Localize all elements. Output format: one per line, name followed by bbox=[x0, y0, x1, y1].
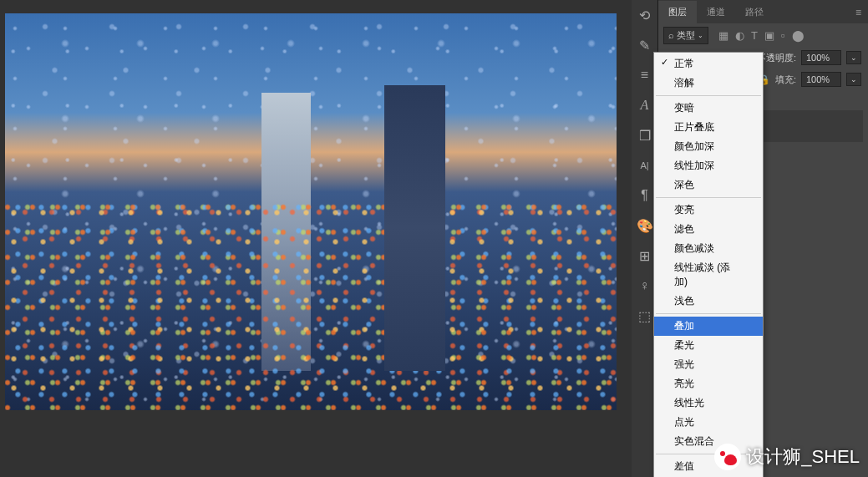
canvas-viewport[interactable] bbox=[5, 13, 617, 410]
fill-label: 填充: bbox=[775, 74, 796, 86]
tab-paths[interactable]: 路径 bbox=[735, 1, 774, 23]
blend-mode-item[interactable]: 点光 bbox=[654, 413, 763, 432]
blend-mode-item[interactable]: 线性加深 bbox=[654, 156, 763, 175]
blend-mode-item[interactable]: 滤色 bbox=[654, 220, 763, 239]
blend-separator bbox=[656, 313, 761, 314]
layer-filter-row: ⌕ 类型 ⌄ ▦ ◐ T ▣ ▫ ⬤ bbox=[658, 23, 868, 47]
watermark: 设计狮_SHEL bbox=[714, 444, 860, 470]
blend-mode-item[interactable]: 变暗 bbox=[654, 99, 763, 118]
filter-kind-dropdown[interactable]: ⌕ 类型 ⌄ bbox=[663, 27, 708, 44]
blend-mode-item[interactable]: 叠加 bbox=[654, 317, 763, 336]
filter-pixel-icon[interactable]: ▦ bbox=[718, 29, 728, 42]
document-image bbox=[5, 13, 617, 410]
blend-mode-item[interactable]: 颜色加深 bbox=[654, 137, 763, 156]
blend-separator bbox=[656, 95, 761, 96]
filter-shape-icon[interactable]: ▣ bbox=[764, 29, 774, 42]
panel-tab-bar: 图层 通道 路径 ≡ bbox=[658, 0, 868, 23]
weibo-icon bbox=[714, 444, 741, 470]
search-icon: ⌕ bbox=[668, 30, 674, 40]
blend-mode-item[interactable]: 浅色 bbox=[654, 292, 763, 311]
tab-channels[interactable]: 通道 bbox=[697, 1, 735, 23]
opacity-chevron-icon[interactable]: ⌄ bbox=[846, 51, 861, 64]
blend-mode-item[interactable]: 正片叠底 bbox=[654, 118, 763, 137]
tab-layers[interactable]: 图层 bbox=[658, 1, 697, 23]
blend-mode-item[interactable]: 颜色减淡 bbox=[654, 239, 763, 258]
blend-mode-item[interactable]: 变亮 bbox=[654, 200, 763, 220]
filter-kind-label: 类型 bbox=[677, 29, 695, 42]
history-icon[interactable]: ⟲ bbox=[633, 3, 657, 27]
filter-smart-icon[interactable]: ▫ bbox=[781, 29, 785, 42]
panel-menu-icon[interactable]: ≡ bbox=[849, 2, 868, 23]
city-lights-overlay bbox=[5, 192, 617, 410]
opacity-input[interactable]: 100% bbox=[801, 50, 841, 65]
filter-type-icons: ▦ ◐ T ▣ ▫ ⬤ bbox=[718, 29, 805, 42]
filter-toggle-icon[interactable]: ⬤ bbox=[792, 29, 805, 42]
blend-mode-item[interactable]: 线性光 bbox=[654, 393, 763, 413]
filter-adjust-icon[interactable]: ◐ bbox=[735, 29, 744, 42]
blend-mode-item[interactable]: 线性减淡 (添加) bbox=[654, 258, 763, 292]
blend-mode-item[interactable]: 正常 bbox=[654, 54, 763, 74]
fill-input[interactable]: 100% bbox=[801, 72, 841, 87]
watermark-text: 设计狮_SHEL bbox=[746, 444, 860, 469]
blend-mode-item[interactable]: 柔光 bbox=[654, 336, 763, 355]
fill-chevron-icon[interactable]: ⌄ bbox=[846, 73, 861, 86]
blend-separator bbox=[656, 197, 761, 198]
blend-mode-item[interactable]: 强光 bbox=[654, 355, 763, 374]
blend-mode-dropdown[interactable]: 正常溶解变暗正片叠底颜色加深线性加深深色变亮滤色颜色减淡线性减淡 (添加)浅色叠… bbox=[653, 52, 764, 477]
filter-type-icon[interactable]: T bbox=[751, 29, 758, 42]
blend-mode-item[interactable]: 溶解 bbox=[654, 74, 763, 93]
blend-mode-item[interactable]: 亮光 bbox=[654, 374, 763, 393]
chevron-down-icon: ⌄ bbox=[698, 32, 703, 39]
blend-mode-item[interactable]: 深色 bbox=[654, 175, 763, 195]
